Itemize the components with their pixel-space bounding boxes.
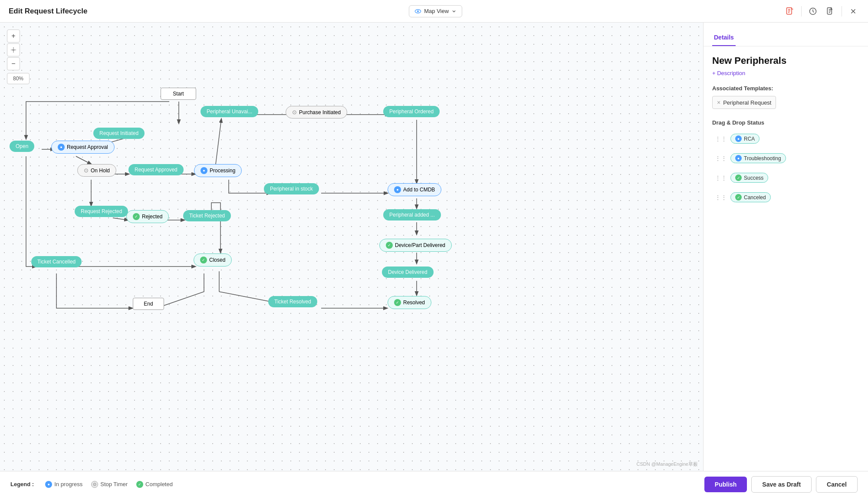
drag-label-troubleshooting: Troubleshooting <box>744 155 781 161</box>
node-open[interactable]: Open <box>10 141 34 152</box>
node-rejected-label: Rejected <box>142 214 162 220</box>
node-closed-label: Closed <box>209 257 225 263</box>
drag-item-rca[interactable]: ⋮⋮ ● RCA <box>712 130 859 147</box>
legend: Legend : ● In progress ⊙ Stop Timer ✓ Co… <box>10 481 173 488</box>
node-device-delivered-label: Device Delivered <box>388 269 427 275</box>
svg-line-25 <box>113 218 128 220</box>
tab-details[interactable]: Details <box>712 30 736 46</box>
node-device-delivered[interactable]: Device Delivered <box>382 267 434 278</box>
close-button[interactable] <box>847 5 859 17</box>
drag-drop-label: Drag & Drop Status <box>712 119 859 126</box>
node-purchase-initiated-label: Purchase Initiated <box>299 109 341 115</box>
zoom-out-button[interactable]: − <box>7 57 20 70</box>
node-request-initiated[interactable]: Request Initiated <box>93 128 145 139</box>
panel-content: New Peripherals + Description Associated… <box>704 46 868 471</box>
svg-point-1 <box>417 10 419 12</box>
node-peripheral-unavail[interactable]: Peripheral Unavai... <box>201 106 258 117</box>
green-check-icon3: ✓ <box>200 257 207 263</box>
rca-icon: ● <box>735 135 742 142</box>
svg-line-9 <box>76 156 91 164</box>
drag-badge-troubleshooting: ● Troubleshooting <box>730 153 786 163</box>
node-add-to-cmdb[interactable]: ● Add to CMDB <box>388 183 441 196</box>
node-request-approved-label: Request Approved <box>135 167 178 173</box>
history-button[interactable] <box>807 5 819 17</box>
drag-item-troubleshooting[interactable]: ⋮⋮ ● Troubleshooting <box>712 150 859 167</box>
node-peripheral-ordered[interactable]: Peripheral Ordered <box>383 106 440 117</box>
node-on-hold[interactable]: ⊙ On Hold <box>77 164 116 177</box>
pdf-button[interactable] <box>784 5 796 17</box>
svg-line-12 <box>216 119 221 164</box>
node-start[interactable]: Start <box>161 88 196 100</box>
remove-template-button[interactable]: × <box>717 99 720 106</box>
node-ticket-resolved-label: Ticket Resolved <box>274 299 311 305</box>
zoom-in-button[interactable]: + <box>7 30 20 43</box>
canceled-icon: ✓ <box>735 194 742 201</box>
node-ticket-rejected[interactable]: Ticket Rejected <box>183 210 231 221</box>
legend-in-progress: ● In progress <box>45 481 82 488</box>
bottom-actions: Publish Save as Draft Cancel <box>704 476 858 493</box>
legend-completed-label: Completed <box>145 481 173 487</box>
document-button[interactable] <box>824 5 836 17</box>
eye-icon <box>414 8 421 15</box>
node-end[interactable]: End <box>133 298 164 310</box>
node-ticket-rejected-label: Ticket Rejected <box>189 213 225 219</box>
add-description-link[interactable]: + Description <box>712 70 859 76</box>
drag-handle-troubleshooting[interactable]: ⋮⋮ <box>715 155 727 162</box>
zoom-level[interactable]: 80% <box>7 73 30 84</box>
node-resolved-label: Resolved <box>403 300 425 306</box>
panel-title: New Peripherals <box>712 55 859 66</box>
success-icon: ✓ <box>735 174 742 181</box>
node-peripheral-added-label: Peripheral added ... <box>389 212 435 218</box>
node-ticket-resolved[interactable]: Ticket Resolved <box>268 296 317 307</box>
node-ticket-cancelled[interactable]: Ticket Cancelled <box>31 256 82 267</box>
node-peripheral-in-stock[interactable]: Peripheral in stock <box>264 183 319 194</box>
node-request-approved[interactable]: Request Approved <box>128 164 184 175</box>
node-open-label: Open <box>16 143 28 149</box>
node-add-to-cmdb-label: Add to CMDB <box>403 187 435 193</box>
node-purchase-initiated[interactable]: ⊙ Purchase Initiated <box>286 106 347 118</box>
node-processing-label: Processing <box>210 168 235 174</box>
right-panel: Details New Peripherals + Description As… <box>703 23 868 471</box>
map-view-toggle[interactable]: Map View <box>409 5 462 17</box>
node-start-label: Start <box>173 91 184 97</box>
flow-canvas[interactable]: + − 80% <box>0 23 703 471</box>
legend-stop-timer: ⊙ Stop Timer <box>91 481 128 488</box>
drag-badge-rca: ● RCA <box>730 134 760 144</box>
node-peripheral-in-stock-label: Peripheral in stock <box>270 186 313 192</box>
bottom-bar: Legend : ● In progress ⊙ Stop Timer ✓ Co… <box>0 471 868 497</box>
drag-handle-rca[interactable]: ⋮⋮ <box>715 135 727 142</box>
drag-item-success[interactable]: ⋮⋮ ✓ Success <box>712 169 859 186</box>
publish-button[interactable]: Publish <box>704 477 747 492</box>
drag-handle-success[interactable]: ⋮⋮ <box>715 174 727 181</box>
drag-handle-canceled[interactable]: ⋮⋮ <box>715 194 727 201</box>
blue-icon3: ● <box>394 186 401 193</box>
node-closed[interactable]: ✓ Closed <box>194 253 232 267</box>
legend-in-progress-label: In progress <box>54 481 82 487</box>
legend-label: Legend : <box>10 481 34 487</box>
center-button[interactable] <box>7 43 20 56</box>
panel-header: Details <box>704 23 868 46</box>
in-progress-icon: ● <box>45 481 52 488</box>
node-resolved[interactable]: ✓ Resolved <box>388 296 431 309</box>
drag-label-success: Success <box>744 175 763 181</box>
drag-drop-section: Drag & Drop Status ⋮⋮ ● RCA ⋮⋮ ● Trouble… <box>712 119 859 206</box>
divider <box>801 6 802 16</box>
template-tag[interactable]: × Peripheral Request <box>712 96 776 109</box>
cancel-button[interactable]: Cancel <box>816 476 858 493</box>
main-layout: + − 80% <box>0 23 868 471</box>
completed-icon: ✓ <box>136 481 143 488</box>
save-draft-button[interactable]: Save as Draft <box>751 476 812 493</box>
node-rejected[interactable]: ✓ Rejected <box>126 210 169 223</box>
node-peripheral-added[interactable]: Peripheral added ... <box>383 209 441 221</box>
node-end-label: End <box>144 301 153 307</box>
node-processing[interactable]: ● Processing <box>194 164 242 177</box>
panel-tabs: Details <box>712 30 859 46</box>
svg-point-5 <box>13 49 14 51</box>
drag-item-canceled[interactable]: ⋮⋮ ✓ Canceled <box>712 189 859 206</box>
node-request-rejected[interactable]: Request Rejected <box>75 206 128 217</box>
timer-icon: ⊙ <box>84 167 89 174</box>
chevron-down-icon <box>451 9 457 14</box>
stop-timer-icon: ⊙ <box>91 481 98 488</box>
node-request-approval[interactable]: ● Request Approval <box>51 141 115 154</box>
node-device-part-delivered[interactable]: ✓ Device/Part Delivered <box>379 239 452 252</box>
